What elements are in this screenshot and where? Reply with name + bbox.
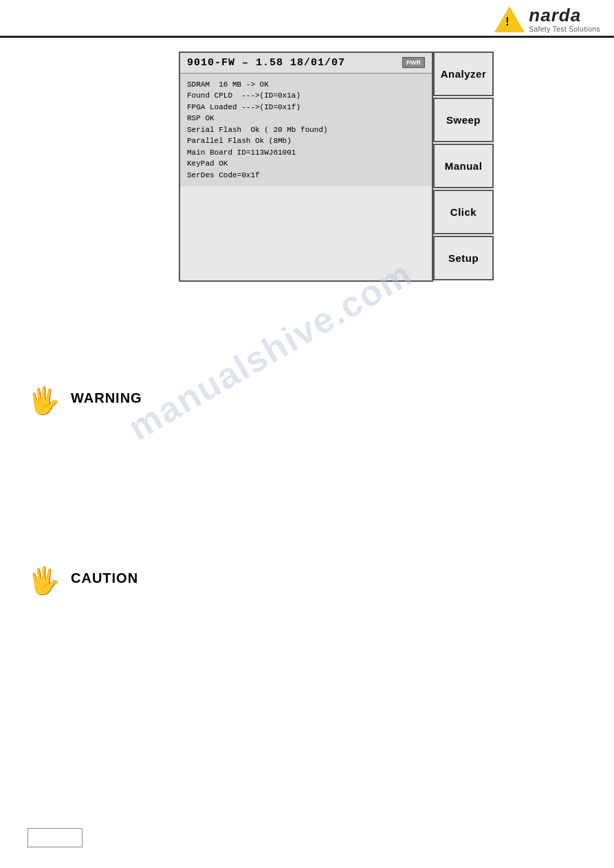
device-header: 9010-FW – 1.58 18/01/07 PWR	[180, 53, 432, 73]
caution-section: 🖐 CAUTION	[28, 565, 586, 594]
warning-hand-icon: 🖐	[28, 388, 60, 414]
button-panel: AnalyzerSweepManualClickSetup	[433, 52, 494, 282]
click-button[interactable]: Click	[433, 190, 494, 234]
device-body: SDRAM 16 MB -> OK Found CPLD --->(ID=0x1…	[180, 73, 432, 187]
warning-text-area	[28, 309, 586, 364]
warning-label: WARNING	[71, 385, 142, 406]
manual-button[interactable]: Manual	[433, 144, 494, 188]
logo-name: narda	[529, 5, 600, 25]
sweep-button[interactable]: Sweep	[433, 98, 494, 142]
lower-content: 🖐 WARNING 🖐 CAUTION	[0, 296, 614, 621]
footer-box	[28, 828, 83, 847]
pwr-indicator: PWR	[402, 57, 425, 68]
device-title: 9010-FW – 1.58 18/01/07	[187, 57, 345, 69]
warning-section: 🖐 WARNING	[28, 385, 586, 414]
analyzer-button[interactable]: Analyzer	[433, 52, 494, 96]
setup-button[interactable]: Setup	[433, 236, 494, 280]
logo-triangle-icon	[494, 6, 525, 32]
device-panel: 9010-FW – 1.58 18/01/07 PWR SDRAM 16 MB …	[179, 52, 433, 282]
logo: narda Safety Test Solutions	[494, 5, 600, 33]
header: narda Safety Test Solutions	[0, 0, 614, 38]
device-log: SDRAM 16 MB -> OK Found CPLD --->(ID=0x1…	[187, 79, 425, 181]
caution-label: CAUTION	[71, 565, 138, 586]
caution-hand-icon: 🖐	[28, 568, 60, 594]
logo-subtitle: Safety Test Solutions	[529, 25, 600, 33]
warning-body-text	[28, 427, 586, 482]
main-content: 9010-FW – 1.58 18/01/07 PWR SDRAM 16 MB …	[0, 38, 614, 296]
